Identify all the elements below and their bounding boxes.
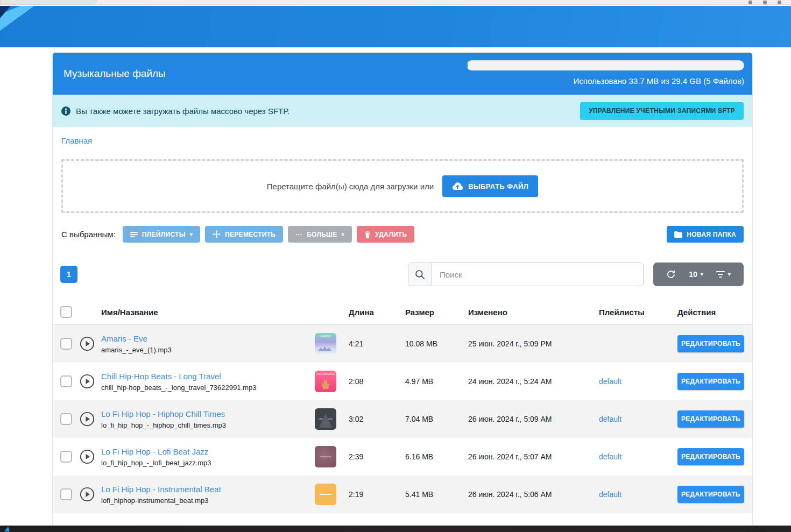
browser-icon[interactable] bbox=[763, 1, 767, 4]
file-title-link[interactable]: Lo Fi Hip Hop - Instrumental Beat bbox=[101, 485, 221, 494]
browser-icons bbox=[748, 1, 781, 4]
file-title-link[interactable]: Lo Fi Hip Hop - Hiphop Chill Times bbox=[101, 409, 225, 418]
table-row: Chill Hip-Hop Beats - Long Travel chill_… bbox=[53, 363, 752, 400]
search-input[interactable] bbox=[432, 263, 643, 286]
delete-bulk-label: УДАЛИТЬ bbox=[375, 231, 407, 238]
trash-icon bbox=[364, 231, 371, 238]
header-size: Размер bbox=[405, 308, 468, 317]
album-art-label: AMARIS bbox=[315, 335, 336, 338]
play-icon bbox=[80, 412, 95, 427]
edit-button[interactable]: РЕДАКТИРОВАТЬ bbox=[677, 486, 744, 503]
modified-date: 26 июн. 2024 г., 5:09 AM bbox=[468, 415, 599, 423]
browser-icon[interactable] bbox=[778, 1, 781, 4]
choose-file-label: ВЫБРАТЬ ФАЙЛ bbox=[468, 182, 528, 190]
chevron-down-icon: ▾ bbox=[728, 272, 731, 277]
sort-filter-dropdown[interactable]: ▾ bbox=[716, 271, 731, 278]
browser-tab[interactable] bbox=[0, 0, 97, 5]
row-checkbox[interactable] bbox=[60, 375, 72, 387]
per-page-dropdown[interactable]: 10 ▾ bbox=[689, 270, 703, 279]
select-all-checkbox[interactable] bbox=[60, 306, 72, 318]
header-name: Имя/Название bbox=[101, 308, 315, 317]
page: Музыкальные файлы Использовано 33.7 MB и… bbox=[0, 0, 791, 532]
album-art: AMARIS bbox=[315, 333, 336, 354]
row-checkbox[interactable] bbox=[60, 338, 72, 350]
play-button[interactable] bbox=[80, 374, 95, 389]
album-art: Chill Sensation bbox=[315, 408, 336, 430]
file-title-link[interactable]: Chill Hip-Hop Beats - Long Travel bbox=[101, 372, 221, 381]
breadcrumb-home-link[interactable]: Главная bbox=[61, 136, 92, 145]
folder-icon bbox=[674, 231, 682, 238]
album-art bbox=[315, 484, 336, 505]
play-icon bbox=[80, 374, 95, 389]
search-icon bbox=[415, 269, 425, 280]
table-row: Lo Fi Hip Hop - Hiphop Chill Times lo_fi… bbox=[53, 400, 752, 438]
chevron-down-icon: ▾ bbox=[342, 232, 344, 237]
move-bulk-label: ПЕРЕМЕСТИТЬ bbox=[225, 231, 276, 238]
file-size: 5.41 MB bbox=[405, 490, 468, 499]
new-folder-label: НОВАЯ ПАПКА bbox=[687, 231, 736, 238]
playlist-link[interactable]: default bbox=[599, 377, 622, 386]
modified-date: 25 июн. 2024 г., 5:09 PM bbox=[468, 339, 599, 348]
modified-date: 26 июн. 2024 г., 5:07 AM bbox=[468, 452, 599, 461]
bottom-logo-icon bbox=[4, 527, 13, 531]
file-name: lo_fi_hip_hop_-_hiphop_chill_times.mp3 bbox=[101, 421, 307, 429]
more-bulk-button[interactable]: ··· БОЛЬШЕ ▾ bbox=[288, 226, 352, 243]
file-size: 6.16 MB bbox=[405, 452, 468, 461]
upload-dropzone[interactable]: Перетащите файл(ы) сюда для загрузки или… bbox=[61, 159, 744, 213]
storage-progress-fill bbox=[467, 60, 468, 70]
row-checkbox[interactable] bbox=[60, 451, 72, 463]
album-art-label: lomography bbox=[315, 455, 336, 458]
album-art-label: Lofi Chihuahua bbox=[315, 372, 336, 375]
edit-button[interactable]: РЕДАКТИРОВАТЬ bbox=[677, 335, 744, 352]
play-icon bbox=[80, 449, 95, 464]
chevron-down-icon: ▾ bbox=[701, 272, 703, 277]
more-bulk-label: БОЛЬШЕ bbox=[307, 231, 337, 238]
file-title-link[interactable]: Lo Fi Hip Hop - Lofi Beat Jazz bbox=[101, 447, 208, 456]
duration: 2:08 bbox=[349, 377, 405, 386]
hero-banner bbox=[0, 6, 791, 47]
playlists-bulk-button[interactable]: ПЛЕЙЛИСТЫ ▾ bbox=[123, 226, 200, 243]
music-files-card: Музыкальные файлы Использовано 33.7 MB и… bbox=[53, 53, 752, 526]
edit-button[interactable]: РЕДАКТИРОВАТЬ bbox=[677, 373, 744, 390]
row-checkbox[interactable] bbox=[60, 413, 72, 425]
manage-sftp-accounts-button[interactable]: УПРАВЛЕНИЕ УЧЕТНЫМИ ЗАПИСЯМИ SFTP bbox=[580, 102, 744, 120]
chevron-down-icon: ▾ bbox=[190, 232, 193, 237]
hero-decoration-light bbox=[0, 6, 126, 47]
table-row: Lo Fi Hip Hop - Lofi Beat Jazz lo_fi_hip… bbox=[53, 438, 752, 476]
search-addon bbox=[408, 263, 432, 286]
pagination-page-1[interactable]: 1 bbox=[60, 266, 77, 283]
choose-file-button[interactable]: ВЫБРАТЬ ФАЙЛ bbox=[442, 175, 538, 197]
play-button[interactable] bbox=[80, 487, 95, 502]
file-size: 4.97 MB bbox=[405, 377, 468, 386]
play-button[interactable] bbox=[80, 412, 95, 427]
file-size: 7.04 MB bbox=[405, 415, 468, 423]
playlist-link[interactable]: default bbox=[599, 490, 622, 499]
file-name: lo_fi_hip_hop_-_lofi_beat_jazz.mp3 bbox=[101, 459, 307, 467]
browser-icon[interactable] bbox=[748, 1, 752, 4]
files-table: Имя/Название Длина Размер Изменено Плейл… bbox=[53, 300, 752, 513]
file-title-link[interactable]: Amaris - Eve bbox=[101, 334, 147, 343]
delete-bulk-button[interactable]: УДАЛИТЬ bbox=[357, 226, 414, 243]
storage-usage-text: Использовано 33.7 MB из 29.4 GB (5 Файло… bbox=[467, 76, 744, 86]
new-folder-button[interactable]: НОВАЯ ПАПКА bbox=[667, 226, 744, 243]
table-row: Amaris - Eve amaris_-_eve_(1).mp3 AMARIS… bbox=[53, 325, 752, 363]
play-button[interactable] bbox=[80, 336, 95, 351]
play-icon bbox=[80, 336, 95, 351]
playlist-link[interactable]: default bbox=[599, 415, 622, 423]
file-name: lofi_hiphop-instrumental_beat.mp3 bbox=[101, 496, 307, 505]
edit-button[interactable]: РЕДАКТИРОВАТЬ bbox=[677, 448, 744, 465]
row-checkbox[interactable] bbox=[60, 488, 72, 500]
dropzone-prompt: Перетащите файл(ы) сюда для загрузки или bbox=[267, 182, 434, 191]
playlist-link[interactable]: default bbox=[599, 452, 622, 461]
modified-date: 24 июн. 2024 г., 5:24 AM bbox=[468, 377, 599, 386]
table-row: Lo Fi Hip Hop - Instrumental Beat lofi_h… bbox=[53, 476, 752, 513]
file-size: 10.08 MB bbox=[405, 339, 468, 348]
card-content: Главная Перетащите файл(ы) сюда для загр… bbox=[53, 127, 752, 513]
page-title: Музыкальные файлы bbox=[63, 68, 166, 80]
move-bulk-button[interactable]: ПЕРЕМЕСТИТЬ bbox=[205, 226, 283, 243]
edit-button[interactable]: РЕДАКТИРОВАТЬ bbox=[677, 410, 744, 428]
refresh-button[interactable] bbox=[666, 269, 676, 279]
album-art: lomography bbox=[315, 446, 336, 467]
play-button[interactable] bbox=[80, 449, 95, 464]
sftp-info-text: Вы также можете загружать файлы массово … bbox=[76, 107, 289, 116]
